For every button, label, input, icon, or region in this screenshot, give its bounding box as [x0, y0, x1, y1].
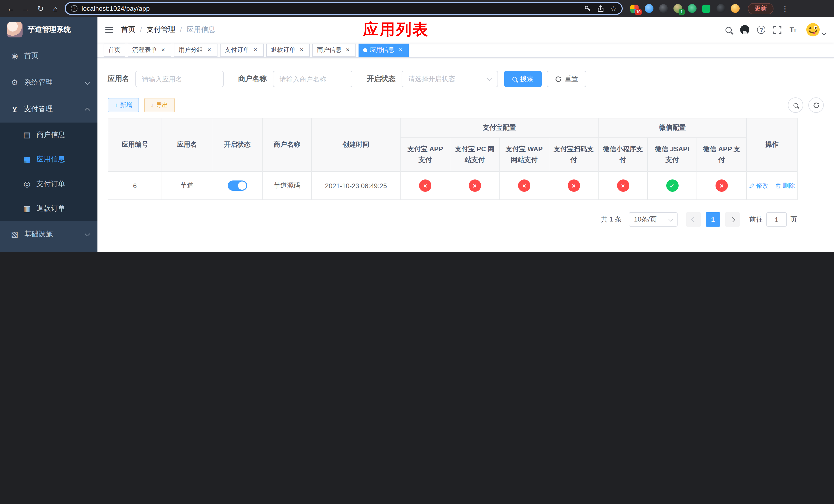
tab-label: 商户信息	[317, 46, 342, 54]
caret-down-icon	[821, 30, 827, 36]
search-button[interactable]: 搜索	[504, 71, 542, 87]
extension-icon-5[interactable]	[687, 3, 697, 14]
toggle-search-button[interactable]	[788, 97, 803, 113]
key-icon[interactable]	[585, 5, 592, 12]
chevron-up-icon	[85, 108, 90, 113]
address-bar[interactable]: i localhost:1024/pay/app ☆	[65, 2, 623, 15]
browser-reload-button[interactable]: ↻	[35, 3, 46, 14]
reset-button[interactable]: 重置	[547, 71, 586, 87]
sidebar-item-infrastructure[interactable]: ▧ 基础设施	[0, 221, 97, 248]
goto-page-input[interactable]	[766, 212, 787, 227]
extension-badge: 1	[679, 9, 685, 15]
close-icon[interactable]: ×	[206, 46, 213, 53]
export-button[interactable]: ↓导出	[144, 98, 175, 112]
tab-merchant-info[interactable]: 商户信息×	[312, 43, 356, 56]
refresh-table-button[interactable]	[808, 97, 824, 113]
app-logo[interactable]: 芋道管理系统	[0, 17, 97, 43]
app-title: 芋道管理系统	[28, 25, 71, 35]
sidebar-item-app-info[interactable]: ▦ 应用信息	[0, 147, 97, 172]
tab-label: 用户分组	[178, 46, 203, 54]
extension-icon-2[interactable]	[644, 3, 654, 14]
merchant-name-input[interactable]	[273, 71, 352, 87]
order-icon: ◎	[23, 180, 31, 189]
tab-process-form[interactable]: 流程表单×	[128, 43, 171, 56]
gear-icon: ⚙	[10, 78, 19, 87]
refresh-icon	[813, 102, 819, 109]
app-logo-avatar	[7, 22, 23, 38]
sidebar-item-refund-order[interactable]: ▥ 退款订单	[0, 197, 97, 221]
tab-home[interactable]: 首页	[104, 43, 125, 56]
refund-icon: ▥	[23, 204, 31, 213]
share-icon[interactable]	[597, 5, 605, 12]
status-select[interactable]: 请选择开启状态	[402, 71, 498, 87]
browser-home-button[interactable]: ⌂	[50, 3, 61, 14]
page-size-select[interactable]: 10条/页	[629, 212, 678, 227]
next-page-button[interactable]	[725, 212, 740, 227]
bookmark-star-icon[interactable]: ☆	[610, 5, 616, 12]
browser-back-button[interactable]: ←	[5, 3, 16, 14]
infra-icon: ▧	[10, 230, 19, 239]
cross-icon: ×	[568, 180, 580, 192]
github-icon[interactable]	[740, 25, 750, 35]
cell-merchant-name: 芋道源码	[262, 171, 312, 200]
app-table: 应用编号 应用名 开启状态 商户名称 创建时间 支付宝配置 微信配置 操作 支付…	[108, 118, 797, 200]
fullscreen-icon[interactable]	[773, 25, 782, 34]
url-text[interactable]: localhost:1024/pay/app	[82, 5, 580, 12]
add-button[interactable]: +新增	[108, 98, 139, 112]
close-icon[interactable]: ×	[344, 46, 351, 53]
breadcrumb-payment[interactable]: 支付管理	[135, 25, 175, 35]
check-icon: ✓	[666, 180, 678, 192]
column-header: 微信小程序支付	[598, 138, 648, 171]
group-header-alipay: 支付宝配置	[400, 118, 598, 138]
sidebar-item-pay-order[interactable]: ◎ 支付订单	[0, 172, 97, 197]
browser-update-button[interactable]: 更新	[748, 3, 773, 14]
close-icon[interactable]: ×	[298, 46, 305, 53]
tab-label: 首页	[108, 46, 120, 54]
text-size-icon[interactable]: TT	[790, 26, 796, 34]
chevron-down-icon	[487, 76, 492, 81]
help-icon[interactable]: ?	[757, 26, 766, 34]
sidebar-item-home[interactable]: ◉ 首页	[0, 43, 97, 69]
breadcrumb-home[interactable]: 首页	[121, 25, 135, 35]
sidebar-item-merchant-info[interactable]: ▤ 商户信息	[0, 122, 97, 147]
tab-refund-order[interactable]: 退款订单×	[266, 43, 310, 56]
screen: ← → ↻ ⌂ i localhost:1024/pay/app ☆ 10 1 …	[0, 0, 834, 252]
page-number-button[interactable]: 1	[706, 212, 720, 227]
close-icon[interactable]: ×	[252, 46, 259, 53]
extension-icon-8[interactable]	[730, 3, 740, 14]
edit-link[interactable]: 修改	[749, 181, 768, 190]
user-menu[interactable]	[806, 23, 826, 37]
extension-icon-3[interactable]	[658, 3, 668, 14]
payment-submenu: ▤ 商户信息 ▦ 应用信息 ◎ 支付订单 ▥ 退款订单	[0, 122, 97, 221]
browser-menu-icon[interactable]: ⋮	[779, 4, 791, 13]
browser-forward-button[interactable]: →	[20, 3, 31, 14]
extension-icon-1[interactable]: 10	[629, 3, 640, 14]
status-label: 开启状态	[367, 74, 395, 84]
goto-label: 前往	[749, 215, 763, 224]
delete-link[interactable]: 删除	[775, 181, 795, 190]
close-icon[interactable]: ×	[159, 46, 167, 53]
close-icon[interactable]: ×	[397, 46, 404, 53]
tab-user-group[interactable]: 用户分组×	[174, 43, 218, 56]
extension-icon-4[interactable]: 1	[673, 3, 683, 14]
extension-icon-6[interactable]	[701, 3, 711, 14]
sidebar-toggle-icon[interactable]	[97, 17, 121, 43]
header-search-icon[interactable]	[727, 27, 733, 32]
plus-icon: +	[114, 101, 118, 109]
sidebar-menu: ◉ 首页 ⚙ 系统管理 ¥ 支付管理 ▤ 商户信息	[0, 43, 97, 252]
sidebar-item-payment[interactable]: ¥ 支付管理	[0, 96, 97, 122]
status-toggle[interactable]	[227, 181, 247, 191]
extension-icon-7[interactable]	[716, 3, 726, 14]
prev-page-button[interactable]	[686, 212, 701, 227]
app-name-input[interactable]	[135, 71, 224, 87]
site-info-icon[interactable]: i	[71, 5, 78, 12]
filter-form: 应用名 商户名称 开启状态 请选择开启状态 搜索 重置	[108, 71, 824, 87]
tab-label: 退款订单	[271, 46, 295, 54]
sidebar-item-system[interactable]: ⚙ 系统管理	[0, 69, 97, 96]
pencil-icon	[749, 183, 754, 188]
download-icon: ↓	[151, 101, 154, 109]
sidebar-item-dev-tools[interactable]: ▨ 研发工具	[0, 248, 97, 252]
cell-created-time: 2021-10-23 08:49:25	[312, 171, 400, 200]
tab-pay-order[interactable]: 支付订单×	[220, 43, 264, 56]
tab-app-info[interactable]: 应用信息×	[358, 43, 409, 56]
